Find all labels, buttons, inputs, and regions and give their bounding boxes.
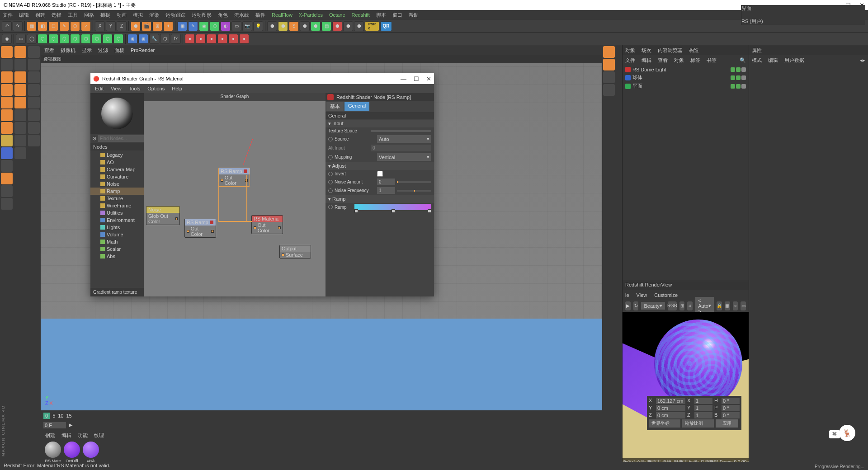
tool-icon[interactable]: ⬡ <box>160 34 170 44</box>
vp-tab[interactable]: ProRender <box>131 47 155 53</box>
crop-icon[interactable]: ⌗ <box>687 301 693 310</box>
ramp-gradient[interactable] <box>354 204 431 210</box>
shader-graph-canvas[interactable]: Shader Graph Noise Glob Out Color RS Ram… <box>144 93 326 296</box>
section-ramp[interactable]: ▾ Ramp <box>326 195 434 203</box>
tool-icon[interactable]: ⬡ <box>38 34 47 44</box>
section-adjust[interactable]: ▾ Adjust <box>326 162 434 170</box>
layout-value[interactable]: RS (用户) <box>741 18 865 25</box>
tool-icon[interactable]: ↗ <box>81 21 91 31</box>
tool-icon[interactable] <box>1 109 13 121</box>
tool-icon[interactable] <box>28 84 40 96</box>
texspace-field[interactable] <box>371 130 431 132</box>
pos-x-field[interactable]: 162.127 cm <box>656 398 685 404</box>
tool-icon[interactable] <box>1 59 13 70</box>
tool-icon[interactable]: ◧ <box>38 21 47 31</box>
timeline-start[interactable]: 0 <box>43 413 50 419</box>
mat-tab[interactable]: 创建 <box>45 432 55 439</box>
object-row[interactable]: 球体 <box>625 73 746 82</box>
node-ramp-2[interactable]: RS Ramp Out Color <box>184 219 216 238</box>
material-thumb[interactable]: RS Mate <box>44 442 61 465</box>
menu-item[interactable]: 脚本 <box>376 12 386 19</box>
tool-icon[interactable] <box>1 122 13 134</box>
plugin-icon[interactable]: ⬢ <box>267 21 277 31</box>
frame-field[interactable]: 0 F <box>43 422 66 428</box>
menu-item[interactable]: 创建 <box>35 12 45 19</box>
rs-tool-icon[interactable]: ● <box>228 34 238 44</box>
plugin-icon[interactable]: ⬢ <box>354 21 364 31</box>
dialog-minimize[interactable]: — <box>401 75 406 82</box>
axis-x-icon[interactable]: X <box>95 21 105 31</box>
camera-icon[interactable]: 📷 <box>242 21 252 31</box>
tool-icon[interactable] <box>28 97 40 108</box>
tool-icon[interactable]: ◉ <box>127 34 137 44</box>
psr-button[interactable]: PSR0 <box>365 21 379 31</box>
obj-menu-item[interactable]: 查看 <box>658 57 668 64</box>
attr-menu[interactable]: 用户数据 <box>784 57 804 64</box>
tool-icon[interactable] <box>1 173 13 184</box>
tab-objects[interactable]: 对象 <box>625 47 635 54</box>
menu-item[interactable]: 捕捉 <box>100 12 110 19</box>
dialog-titlebar[interactable]: 🔴 Redshift Shader Graph - RS Material — … <box>90 73 434 84</box>
tool-icon[interactable]: ⬡ <box>81 34 91 44</box>
tool-icon[interactable]: ✦ <box>163 21 173 31</box>
grid-icon[interactable]: ▦ <box>725 301 730 310</box>
noise-freq-field[interactable]: 1 <box>377 187 395 194</box>
tool-icon[interactable]: ⬡ <box>70 21 80 31</box>
tool-icon[interactable] <box>28 135 40 146</box>
menu-item-octane[interactable]: Octane <box>329 12 345 18</box>
dialog-close[interactable]: ✕ <box>426 75 431 82</box>
tab[interactable]: 内容浏览器 <box>658 47 683 54</box>
tool-icon[interactable] <box>1 84 13 96</box>
plugin-icon[interactable]: ⬢ <box>300 21 310 31</box>
tool-icon[interactable]: ▭ <box>741 301 746 310</box>
tool-icon[interactable]: ⬡ <box>59 34 69 44</box>
tool-icon[interactable]: ⊞ <box>679 301 685 310</box>
tool-icon[interactable] <box>603 84 615 96</box>
tool-icon[interactable] <box>28 46 40 58</box>
tool-icon[interactable]: ⬡ <box>92 34 102 44</box>
obj-menu-item[interactable]: 编辑 <box>642 57 651 64</box>
tool-icon[interactable] <box>14 84 26 96</box>
vp-tab[interactable]: 查看 <box>44 47 54 54</box>
tool-icon[interactable] <box>1 97 13 108</box>
plugin-icon[interactable]: ⬢ <box>343 21 353 31</box>
nurbs-icon[interactable]: ◉ <box>199 21 209 31</box>
rs-tool-icon[interactable]: ● <box>239 34 249 44</box>
mapping-dropdown[interactable]: Vertical▾ <box>377 153 431 161</box>
noise-amount-slider[interactable] <box>397 181 431 183</box>
object-row[interactable]: 平面 <box>625 82 746 90</box>
menu-item[interactable]: 运动跟踪 <box>165 12 185 19</box>
invert-checkbox[interactable] <box>377 171 383 177</box>
material-thumb[interactable]: OctDiff <box>63 442 80 465</box>
tool-icon[interactable] <box>1 71 13 83</box>
select-icon[interactable] <box>14 59 26 70</box>
tool-icon[interactable] <box>28 59 40 70</box>
obj-menu-item[interactable]: 文件 <box>625 57 635 64</box>
menu-item[interactable]: 工具 <box>68 12 78 19</box>
generator-icon[interactable]: ⬡ <box>210 21 220 31</box>
tool-icon[interactable] <box>1 185 13 197</box>
tool-icon[interactable] <box>603 71 615 83</box>
tool-icon[interactable] <box>28 122 40 134</box>
timeline[interactable]: 0 5 10 15 <box>41 410 602 421</box>
rs-tool-icon[interactable]: ● <box>196 34 206 44</box>
tool-icon[interactable]: ◉ <box>138 34 148 44</box>
scale-mode-dropdown[interactable]: 缩放比例 <box>682 419 714 428</box>
tool-icon[interactable] <box>28 109 40 121</box>
tool-icon[interactable] <box>14 97 26 108</box>
mat-tab[interactable]: 编辑 <box>61 432 71 439</box>
node-output[interactable]: Output Surface <box>279 245 311 258</box>
plugin-icon[interactable]: ⬢ <box>311 21 321 31</box>
ramp-stop[interactable] <box>428 209 431 213</box>
tool-icon[interactable]: ✎ <box>59 21 69 31</box>
plugin-icon[interactable]: S <box>289 21 299 31</box>
rs-tool-icon[interactable]: ● <box>207 34 217 44</box>
ramp-stop[interactable] <box>354 209 358 213</box>
play-icon[interactable]: ▶ <box>69 422 72 428</box>
menu-item[interactable]: 角色 <box>218 12 228 19</box>
menu-item-redshift[interactable]: Redshift <box>352 12 370 18</box>
tool-icon[interactable]: ○ <box>733 301 738 310</box>
tool-icon[interactable] <box>14 135 26 146</box>
node-material[interactable]: RS Materia Out Color <box>251 215 283 234</box>
node-ramp-1[interactable]: RS Ramp Out Color <box>218 168 250 187</box>
